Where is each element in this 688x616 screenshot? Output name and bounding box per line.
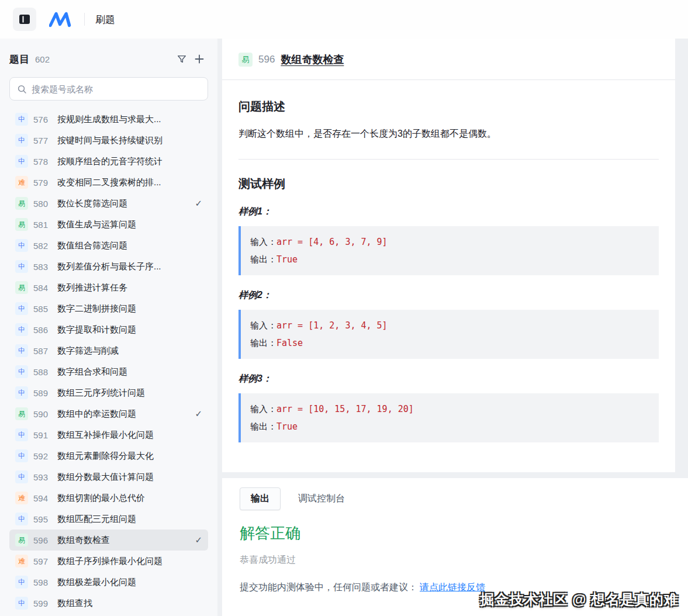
description-heading: 问题描述: [238, 99, 659, 115]
problem-detail-header: 易 596 数组奇数检查: [222, 39, 675, 80]
add-button[interactable]: [191, 50, 208, 68]
divider: [84, 13, 85, 26]
difficulty-badge: 中: [15, 302, 28, 315]
difficulty-badge: 中: [15, 513, 28, 525]
problem-title: 数字筛选与削减: [57, 345, 202, 357]
problem-title: 数列差值分析与最长子序...: [57, 261, 202, 272]
problem-list-item[interactable]: 中587数字筛选与削减: [9, 340, 208, 361]
problem-title: 数组子序列操作最小化问题: [57, 556, 202, 567]
problem-list: 中576按规则生成数组与求最大...中577按键时间与最长持续键识别中578按顺…: [9, 109, 208, 614]
problem-list-item[interactable]: 易584数列推进计算任务: [9, 277, 208, 298]
difficulty-badge: 中: [15, 428, 28, 441]
output-label: 输出：: [250, 338, 276, 348]
example-block: 样例3：输入：arr = [10, 15, 17, 19, 20]输出：True: [238, 373, 659, 442]
problem-title: 数组切割的最小总代价: [57, 493, 202, 504]
sidebar: 题目 602: [0, 39, 217, 616]
problem-id: 598: [33, 577, 52, 587]
problem-list-item[interactable]: 易590数组中的幸运数问题✓: [9, 403, 208, 424]
problem-title: 数组元素删除得分最大化: [57, 451, 202, 462]
problem-list-item[interactable]: 中586数字提取和计数问题: [9, 319, 208, 340]
sidebar-toggle-button[interactable]: [13, 8, 36, 31]
problem-id: 589: [33, 388, 52, 398]
problem-list-item[interactable]: 中593数组分数最大值计算问题: [9, 466, 208, 487]
result-status: 解答正确: [240, 523, 670, 544]
problem-id: 582: [33, 241, 52, 251]
example-code-block: 输入：arr = [10, 15, 17, 19, 20]输出：True: [238, 393, 659, 442]
problem-title: 数组互补操作最小化问题: [57, 430, 202, 441]
problem-id: 579: [33, 178, 52, 188]
example-block: 样例2：输入：arr = [1, 2, 3, 4, 5]输出：False: [238, 289, 659, 359]
problem-list-item[interactable]: 难579改变相同二叉搜索树的排...: [9, 172, 208, 193]
problem-list-item[interactable]: 中576按规则生成数组与求最大...: [9, 109, 208, 130]
feedback-link[interactable]: 请点此链接反馈: [420, 582, 485, 592]
problem-list-item[interactable]: 中583数列差值分析与最长子序...: [9, 256, 208, 277]
main-wrap: 易 596 数组奇数检查 问题描述 判断这个数组中，是否存在一个长度为3的子数组…: [222, 39, 688, 472]
problem-list-item[interactable]: 难594数组切割的最小总代价: [9, 487, 208, 508]
problem-id: 599: [33, 598, 52, 608]
problem-list-item[interactable]: 中598数组极差最小化问题: [9, 572, 208, 593]
problem-title: 改变相同二叉搜索树的排...: [57, 177, 202, 188]
problem-list-item[interactable]: 易580数位长度筛选问题✓: [9, 193, 208, 214]
output-code: True: [276, 254, 298, 265]
input-label: 输入：: [250, 320, 276, 331]
problem-id: 593: [33, 472, 52, 482]
problem-title: 按键时间与最长持续键识别: [57, 135, 202, 146]
difficulty-badge: 中: [15, 134, 28, 147]
app-root: 刷题 题目 602: [0, 0, 688, 616]
problem-list-item[interactable]: 中592数组元素删除得分最大化: [9, 445, 208, 466]
right-column: 易 596 数组奇数检查 问题描述 判断这个数组中，是否存在一个长度为3的子数组…: [222, 39, 688, 616]
problem-id: 597: [33, 556, 52, 566]
problem-title: 按规则生成数组与求最大...: [57, 114, 202, 125]
content-area: 题目 602: [0, 39, 688, 616]
problem-list-item[interactable]: 中595数组匹配三元组问题: [9, 508, 208, 530]
search-icon: [17, 84, 27, 94]
check-icon: ✓: [191, 198, 202, 209]
example-label: 样例1：: [238, 206, 659, 218]
output-label: 输出：: [250, 254, 276, 265]
problem-detail-panel: 易 596 数组奇数检查 问题描述 判断这个数组中，是否存在一个长度为3的子数组…: [222, 39, 675, 472]
example-code-block: 输入：arr = [4, 6, 3, 7, 9]输出：True: [238, 226, 659, 275]
problem-title: 数组分数最大值计算问题: [57, 472, 202, 483]
input-code: arr = [1, 2, 3, 4, 5]: [276, 320, 388, 331]
problem-id: 586: [33, 325, 52, 335]
problem-id: 587: [33, 346, 52, 356]
filter-button[interactable]: [173, 50, 191, 68]
scrollbar-track[interactable]: [675, 39, 688, 472]
problem-title: 数字提取和计数问题: [57, 324, 202, 335]
problem-list-item[interactable]: 中577按键时间与最长持续键识别: [9, 130, 208, 151]
problem-title: 数组极差最小化问题: [57, 577, 202, 588]
difficulty-badge: 易: [15, 534, 28, 546]
problem-list-item[interactable]: 中589数组三元序列统计问题: [9, 382, 208, 403]
search-box[interactable]: [9, 77, 208, 101]
problem-title: 数字组合求和问题: [57, 366, 202, 378]
difficulty-badge: 中: [15, 386, 28, 399]
difficulty-badge: 难: [15, 492, 28, 504]
input-code: arr = [10, 15, 17, 19, 20]: [276, 404, 414, 414]
difficulty-badge: 中: [15, 470, 28, 483]
tab-output[interactable]: 输出: [240, 487, 281, 510]
app-title: 刷题: [95, 13, 115, 26]
section-divider: [238, 159, 659, 160]
difficulty-badge: 难: [15, 555, 28, 567]
difficulty-badge: 难: [15, 176, 28, 189]
problem-list-item[interactable]: 易596数组奇数检查✓: [9, 530, 208, 551]
problem-list-item[interactable]: 中588数字组合求和问题: [9, 361, 208, 382]
problem-list-item[interactable]: 中585数字二进制拼接问题: [9, 298, 208, 319]
difficulty-badge: 中: [15, 155, 28, 168]
check-icon: ✓: [191, 409, 202, 419]
problem-title: 数组匹配三元组问题: [57, 514, 202, 525]
problem-title: 数组三元序列统计问题: [57, 387, 202, 399]
problem-list-item[interactable]: 中578按顺序组合的元音字符统计: [9, 151, 208, 172]
problem-list-item[interactable]: 难597数组子序列操作最小化问题: [9, 551, 208, 572]
problem-title: 数字二进制拼接问题: [57, 303, 202, 314]
search-input[interactable]: [32, 84, 200, 94]
output-panel: 输出 调试控制台 解答正确 恭喜成功通过 提交功能内测体验中，任何问题或者建议：…: [222, 478, 688, 616]
tab-debug-console[interactable]: 调试控制台: [298, 488, 345, 510]
problem-list-item[interactable]: 中582数值组合筛选问题: [9, 235, 208, 256]
problem-list-item[interactable]: 易581数值生成与运算问题: [9, 214, 208, 235]
output-code: False: [276, 338, 303, 348]
difficulty-badge: 易: [15, 407, 28, 420]
examples-heading: 测试样例: [238, 176, 659, 192]
problem-list-item[interactable]: 中599数组查找: [9, 593, 208, 614]
problem-list-item[interactable]: 中591数组互补操作最小化问题: [9, 424, 208, 445]
